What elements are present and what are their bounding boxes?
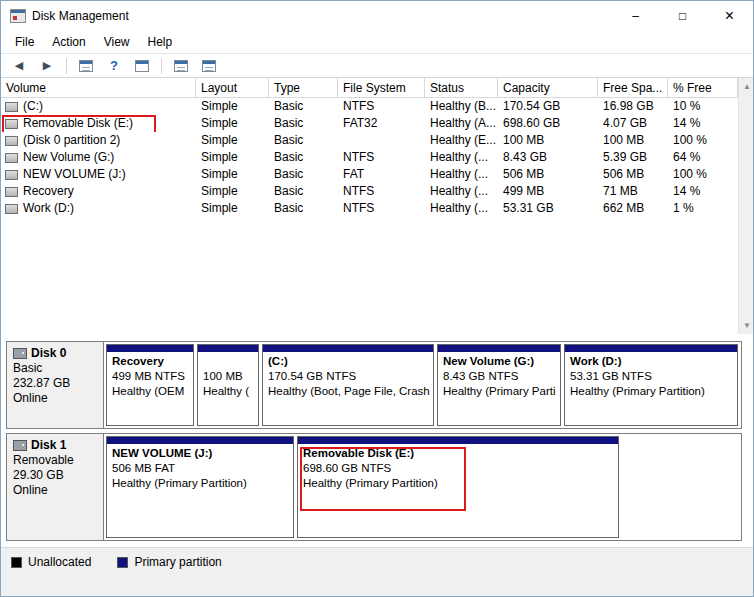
- legend-item: Unallocated: [11, 555, 91, 569]
- menu-view[interactable]: View: [95, 31, 139, 53]
- pct-free-cell: 64 %: [668, 149, 738, 166]
- partition-size-line: 100 MB: [203, 369, 253, 384]
- list-view-icon[interactable]: [200, 57, 218, 75]
- capacity-cell: 100 MB: [498, 132, 598, 149]
- partition-status-line: Healthy (Primary Partition): [112, 476, 288, 491]
- help-icon[interactable]: ?: [105, 57, 123, 75]
- partition-status-line: Healthy (Primary Parti: [443, 384, 555, 399]
- pct-free-cell: 10 %: [668, 98, 738, 115]
- legend-label: Primary partition: [134, 555, 221, 569]
- list-header: Volume Layout Type File System Status Ca…: [1, 78, 738, 98]
- action-pane-icon[interactable]: [172, 57, 190, 75]
- partition-block[interactable]: Recovery 499 MB NTFS Healthy (OEM: [106, 344, 194, 426]
- column-header-pctfree[interactable]: % Free: [668, 78, 738, 97]
- volume-label: (Disk 0 partition 2): [23, 132, 120, 149]
- partition-size-line: 499 MB NTFS: [112, 369, 188, 384]
- disk-info-panel[interactable]: Disk 0 Basic 232.87 GB Online: [7, 342, 104, 428]
- volume-cell: (C:): [1, 98, 196, 115]
- console-tree-icon[interactable]: [77, 57, 95, 75]
- volume-row[interactable]: New Volume (G:) Simple Basic NTFS Health…: [1, 149, 738, 166]
- volume-row[interactable]: Recovery Simple Basic NTFS Healthy (... …: [1, 183, 738, 200]
- capacity-cell: 506 MB: [498, 166, 598, 183]
- volume-row[interactable]: (C:) Simple Basic NTFS Healthy (B... 170…: [1, 98, 738, 115]
- properties-icon[interactable]: [133, 57, 151, 75]
- partition-area: Recovery 499 MB NTFS Healthy (OEM 100 MB…: [104, 342, 741, 428]
- partition-status-line: Healthy (: [203, 384, 253, 399]
- partition-block[interactable]: New Volume (G:) 8.43 GB NTFS Healthy (Pr…: [437, 344, 561, 426]
- legend: Unallocated Primary partition: [1, 547, 754, 596]
- partition-size-line: 698.60 GB NTFS: [303, 461, 613, 476]
- titlebar: Disk Management – □ ×: [1, 1, 753, 31]
- volume-row[interactable]: Removable Disk (E:) Simple Basic FAT32 H…: [1, 115, 738, 132]
- pct-free-cell: 14 %: [668, 115, 738, 132]
- column-header-volume[interactable]: Volume: [1, 78, 196, 97]
- pct-free-cell: 100 %: [668, 166, 738, 183]
- partition-block[interactable]: NEW VOLUME (J:) 506 MB FAT Healthy (Prim…: [106, 436, 294, 538]
- partition-block[interactable]: (C:) 170.54 GB NTFS Healthy (Boot, Page …: [262, 344, 434, 426]
- window-controls: – □ ×: [612, 1, 753, 31]
- partition-block[interactable]: Work (D:) 53.31 GB NTFS Healthy (Primary…: [564, 344, 738, 426]
- menu-help[interactable]: Help: [139, 31, 182, 53]
- disk-type: Basic: [13, 361, 97, 376]
- disk-type: Removable: [13, 453, 97, 468]
- volume-list: (C:) Simple Basic NTFS Healthy (B... 170…: [1, 98, 754, 217]
- partition-body: Work (D:) 53.31 GB NTFS Healthy (Primary…: [565, 352, 737, 401]
- column-header-layout[interactable]: Layout: [196, 78, 269, 97]
- volume-row[interactable]: Work (D:) Simple Basic NTFS Healthy (...…: [1, 200, 738, 217]
- volume-row[interactable]: NEW VOLUME (J:) Simple Basic FAT Healthy…: [1, 166, 738, 183]
- legend-item: Primary partition: [117, 555, 221, 569]
- column-header-freespace[interactable]: Free Spa...: [598, 78, 668, 97]
- scroll-down-icon[interactable]: ▼: [739, 317, 754, 334]
- disk-info-panel[interactable]: Disk 1 Removable 29.30 GB Online: [7, 434, 104, 540]
- partition-size-line: 53.31 GB NTFS: [570, 369, 732, 384]
- free-space-cell: 71 MB: [598, 183, 668, 200]
- back-icon[interactable]: ◀: [10, 57, 28, 75]
- back-arrow-glyph: ◀: [15, 59, 23, 72]
- status-cell: Healthy (B...: [425, 98, 498, 115]
- free-space-cell: 662 MB: [598, 200, 668, 217]
- free-space-cell: 16.98 GB: [598, 98, 668, 115]
- vertical-scrollbar[interactable]: ▲ ▼: [738, 78, 754, 334]
- partition-color-strip: [107, 345, 193, 352]
- volume-cell: New Volume (G:): [1, 149, 196, 166]
- layout-cell: Simple: [196, 115, 269, 132]
- column-header-filesystem[interactable]: File System: [338, 78, 425, 97]
- volume-label: Removable Disk (E:): [23, 115, 133, 132]
- filesystem-cell: [338, 132, 425, 149]
- partition-color-strip: [107, 437, 293, 444]
- maximize-button[interactable]: □: [659, 1, 706, 31]
- disk-status: Online: [13, 483, 97, 498]
- partition-title: (C:): [268, 354, 428, 369]
- minimize-button[interactable]: –: [612, 1, 659, 31]
- partition-block[interactable]: Removable Disk (E:) 698.60 GB NTFS Healt…: [297, 436, 619, 538]
- filesystem-cell: NTFS: [338, 200, 425, 217]
- volume-icon: [5, 102, 18, 112]
- toolbar-separator: [66, 58, 67, 74]
- pct-free-cell: 14 %: [668, 183, 738, 200]
- partition-color-strip: [438, 345, 560, 352]
- action-pane-glyph: [174, 60, 188, 72]
- partition-status-line: Healthy (Boot, Page File, Crash: [268, 384, 428, 399]
- legend-label: Unallocated: [28, 555, 91, 569]
- volume-row[interactable]: (Disk 0 partition 2) Simple Basic Health…: [1, 132, 738, 149]
- column-header-status[interactable]: Status: [425, 78, 498, 97]
- volume-cell: Work (D:): [1, 200, 196, 217]
- column-header-capacity[interactable]: Capacity: [498, 78, 598, 97]
- menu-action[interactable]: Action: [43, 31, 94, 53]
- partition-block[interactable]: 100 MB Healthy (: [197, 344, 259, 426]
- filesystem-cell: NTFS: [338, 183, 425, 200]
- type-cell: Basic: [269, 200, 338, 217]
- scroll-up-icon[interactable]: ▲: [739, 78, 754, 95]
- partition-body: (C:) 170.54 GB NTFS Healthy (Boot, Page …: [263, 352, 433, 401]
- partition-title: NEW VOLUME (J:): [112, 446, 288, 461]
- volume-icon: [5, 204, 18, 214]
- volume-icon: [5, 170, 18, 180]
- volume-label: New Volume (G:): [23, 149, 114, 166]
- menu-file[interactable]: File: [6, 31, 43, 53]
- filesystem-cell: FAT32: [338, 115, 425, 132]
- partition-size-line: 8.43 GB NTFS: [443, 369, 555, 384]
- close-button[interactable]: ×: [706, 1, 753, 31]
- disk-icon: [13, 348, 27, 359]
- forward-icon[interactable]: ▶: [38, 57, 56, 75]
- column-header-type[interactable]: Type: [269, 78, 338, 97]
